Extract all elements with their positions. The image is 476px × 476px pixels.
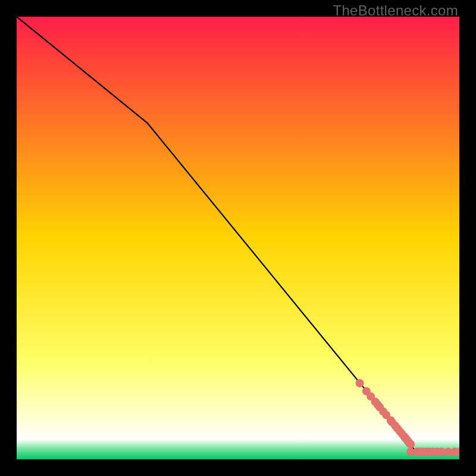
chart-frame: TheBottleneck.com bbox=[0, 0, 476, 476]
chart-plot bbox=[17, 17, 459, 459]
point-points-upper-cluster bbox=[356, 379, 364, 387]
plot-background bbox=[17, 17, 459, 459]
point-points-upper-cluster bbox=[406, 440, 415, 449]
